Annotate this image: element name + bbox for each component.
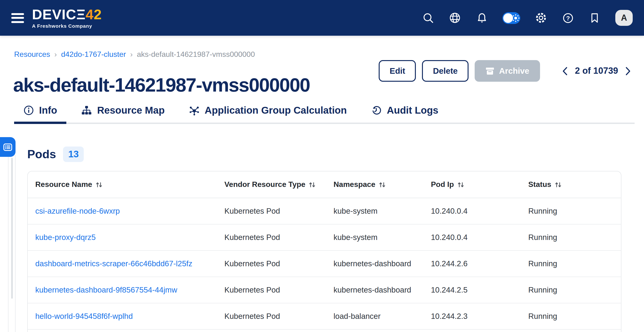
breadcrumb-separator: › [54, 50, 57, 58]
column-header-resource-name[interactable]: Resource Name [28, 171, 217, 198]
vendor-resource-type-cell: Kubernetes Pod [217, 277, 326, 303]
namespace-cell: load-balancer [326, 303, 423, 329]
namespace-cell: kubernetes-dashboard [326, 250, 423, 277]
history-icon [371, 105, 382, 116]
status-cell: Running [521, 224, 621, 250]
sitemap-icon [82, 105, 92, 116]
gear-icon[interactable] [535, 12, 547, 24]
status-cell: Running [521, 198, 621, 224]
tab-label: Resource Map [97, 105, 165, 116]
sort-icon[interactable] [96, 181, 102, 188]
namespace-cell: kubernetes-dashboard [326, 277, 423, 303]
vendor-resource-type-cell: Kubernetes Pod [217, 303, 326, 329]
edit-button[interactable]: Edit [379, 60, 416, 82]
pods-title: Pods [27, 148, 56, 161]
help-icon[interactable]: ? [562, 12, 574, 24]
column-header-vendor-resource-type[interactable]: Vendor Resource Type [217, 171, 326, 198]
tab-label: Audit Logs [387, 105, 438, 116]
status-cell: Running [521, 250, 621, 277]
vendor-resource-type-cell: Kubernetes Pod [217, 250, 326, 277]
brand-tagline: A Freshworks Company [32, 23, 102, 28]
breadcrumb: Resources›d42do-1767-cluster›aks-default… [14, 50, 255, 59]
info-icon [24, 105, 34, 116]
pods-count-badge: 13 [63, 147, 84, 162]
pod-ip-cell: 10.244.2.5 [423, 277, 521, 303]
table-header-row: Resource Name Vendor Resource Type Names… [28, 171, 621, 198]
table-row: kube-proxy-dqrz5 Kubernetes Pod kube-sys… [28, 224, 621, 250]
pager-position: 2 of 10739 [575, 66, 618, 76]
tab-audit-logs[interactable]: Audit Logs [362, 104, 448, 123]
app-page: DEVICΞ42 A Freshworks Company [0, 0, 644, 332]
tab-info[interactable]: Info [14, 104, 66, 123]
delete-button[interactable]: Delete [422, 60, 468, 82]
avatar[interactable]: A [615, 10, 633, 26]
archive-button[interactable]: Archive [475, 60, 540, 82]
brand-wordmark: DEVICΞ42 [32, 7, 102, 22]
record-pager: 2 of 10739 [561, 65, 632, 76]
resource-name-link[interactable]: hello-world-945458f6f-wplhd [35, 312, 133, 320]
tab-label: Info [39, 105, 57, 116]
pod-ip-cell: 10.244.2.6 [423, 250, 521, 277]
pods-table: Resource Name Vendor Resource Type Names… [28, 171, 621, 330]
vendor-resource-type-cell: Kubernetes Pod [217, 198, 326, 224]
bookmark-icon[interactable] [588, 12, 601, 24]
sort-icon[interactable] [308, 181, 316, 188]
pods-section-header: Pods 13 [27, 147, 84, 162]
collapsed-panel-rail [8, 155, 16, 332]
avatar-initial: A [621, 13, 627, 23]
navbar-actions: ? A [422, 10, 633, 26]
pod-ip-cell: 10.244.2.3 [423, 303, 521, 329]
toc-panel-toggle-button[interactable] [0, 137, 16, 157]
search-icon[interactable] [422, 12, 434, 24]
tab-bar: Info Resource Map [14, 104, 634, 124]
status-cell: Running [521, 277, 621, 303]
hamburger-menu-icon[interactable] [11, 13, 24, 23]
theme-toggle[interactable] [502, 12, 520, 24]
svg-text:?: ? [566, 14, 570, 22]
page-actions: Edit Delete Archive 2 of 10739 [379, 60, 632, 82]
globe-icon[interactable] [449, 12, 461, 24]
archive-box-icon [486, 67, 494, 75]
table-row: dashboard-metrics-scraper-66c46bdd67-l25… [28, 250, 621, 277]
nodes-icon [189, 105, 200, 116]
namespace-cell: kube-system [326, 198, 423, 224]
top-navbar: DEVICΞ42 A Freshworks Company [0, 0, 644, 36]
table-row: hello-world-945458f6f-wplhd Kubernetes P… [28, 303, 621, 329]
namespace-cell: kube-system [326, 224, 423, 250]
resource-name-link[interactable]: kube-proxy-dqrz5 [35, 233, 96, 241]
status-cell: Running [521, 303, 621, 329]
breadcrumb-separator: › [130, 50, 133, 58]
tab-application-group-calculation[interactable]: Application Group Calculation [180, 104, 356, 123]
column-header-pod-ip[interactable]: Pod Ip [423, 171, 521, 198]
resource-name-link[interactable]: dashboard-metrics-scraper-66c46bdd67-l25… [35, 259, 192, 267]
pod-ip-cell: 10.240.0.4 [423, 224, 521, 250]
list-panel-icon [3, 142, 13, 152]
breadcrumb-current: aks-default-14621987-vmss000000 [137, 50, 255, 58]
resource-name-link[interactable]: kubernetes-dashboard-9f8567554-44jmw [35, 285, 177, 294]
vendor-resource-type-cell: Kubernetes Pod [217, 224, 326, 250]
sort-icon[interactable] [379, 181, 386, 188]
page-title: aks-default-14621987-vmss000000 [13, 74, 310, 96]
sort-icon[interactable] [457, 181, 464, 188]
archive-label: Archive [499, 66, 529, 76]
sort-icon[interactable] [554, 181, 562, 188]
pod-ip-cell: 10.240.0.4 [423, 198, 521, 224]
rail-scrollbar-thumb[interactable] [11, 158, 13, 299]
breadcrumb-link-cluster[interactable]: d42do-1767-cluster [61, 50, 126, 58]
device42-logo[interactable]: DEVICΞ42 A Freshworks Company [32, 7, 102, 28]
bell-icon[interactable] [476, 12, 488, 24]
resource-name-link[interactable]: csi-azurefile-node-6wxrp [35, 206, 120, 215]
tab-resource-map[interactable]: Resource Map [72, 104, 174, 123]
table-row: csi-azurefile-node-6wxrp Kubernetes Pod … [28, 198, 621, 224]
table-row: kubernetes-dashboard-9f8567554-44jmw Kub… [28, 277, 621, 303]
pager-prev-icon[interactable] [561, 65, 569, 76]
tab-label: Application Group Calculation [205, 105, 347, 116]
column-header-namespace[interactable]: Namespace [326, 171, 423, 198]
breadcrumb-link-resources[interactable]: Resources [14, 50, 50, 58]
pods-table-card: Resource Name Vendor Resource Type Names… [27, 171, 622, 332]
pager-next-icon[interactable] [624, 65, 632, 76]
column-header-status[interactable]: Status [521, 171, 621, 198]
